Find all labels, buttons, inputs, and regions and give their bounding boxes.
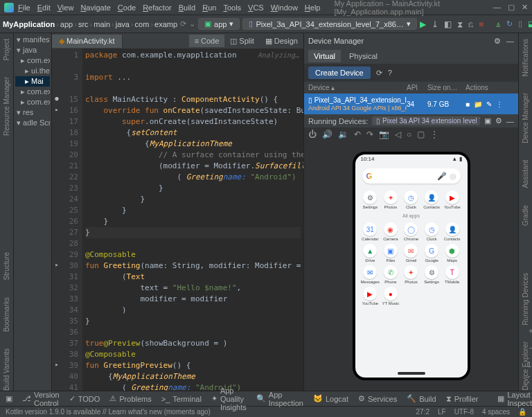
- zoom-in-icon[interactable]: ＋: [527, 326, 532, 336]
- hide-icon[interactable]: —: [506, 117, 514, 125]
- more-icon[interactable]: ⋮: [430, 130, 438, 139]
- crumb-myapplication[interactable]: MyApplication: [3, 20, 55, 28]
- close-icon[interactable]: ✕: [522, 3, 528, 12]
- back-icon[interactable]: ◁: [395, 130, 401, 139]
- more-icon[interactable]: ⋮: [496, 100, 503, 108]
- app-messages[interactable]: ✉Messages: [361, 265, 380, 284]
- app-photos[interactable]: ✦Photos: [402, 265, 421, 284]
- project-item[interactable]: ▸ com.exa: [15, 55, 50, 66]
- crumb-src[interactable]: src: [78, 20, 89, 28]
- editor-file-tab[interactable]: ◆ MainActivity.kt: [52, 35, 123, 48]
- app-phone[interactable]: ✆Phone: [381, 265, 400, 284]
- device-dropdown[interactable]: ▯ Pixel_3a_API_34_extension_level_7_x86……: [242, 18, 416, 30]
- indent-setting[interactable]: 4 spaces: [482, 408, 510, 416]
- menu-help[interactable]: Help: [305, 3, 321, 12]
- minimize-icon[interactable]: —: [493, 3, 501, 12]
- tool-tab-build-variants[interactable]: Build Variants: [3, 348, 10, 391]
- menu-vcs[interactable]: VCS: [248, 3, 264, 12]
- lens-icon[interactable]: ◎: [450, 172, 456, 180]
- project-item[interactable]: ▾ manifests: [15, 35, 50, 45]
- app-youtube[interactable]: ▶YouTube: [361, 287, 380, 305]
- app-maps[interactable]: ⬢Maps: [443, 244, 462, 263]
- rotate-left-icon[interactable]: ↶: [354, 130, 361, 139]
- crumb-java[interactable]: java: [116, 20, 130, 28]
- emulator-view[interactable]: 10:14 ▲ ▮ G 🎤 ◎ ⚙Settings✦Photos◷Clock👤C…: [304, 141, 518, 391]
- screenshot-icon[interactable]: 📷: [379, 130, 389, 139]
- app-contacts[interactable]: 👤Contacts: [443, 222, 462, 241]
- crumb-examp[interactable]: examp: [154, 20, 177, 28]
- app-settings[interactable]: ⚙Settings: [361, 190, 380, 209]
- edit-icon[interactable]: ✎: [486, 100, 492, 108]
- running-device-dropdown[interactable]: ▯ Pixel 3a API 34 extension level 7 x86 …: [372, 116, 480, 125]
- stop-device-icon[interactable]: ■: [466, 100, 470, 108]
- stop-icon[interactable]: ■: [479, 19, 484, 29]
- layout-inspector-tab[interactable]: ▦ Layout Inspector: [497, 391, 532, 407]
- mic-icon[interactable]: 🎤: [437, 172, 447, 180]
- tool-tab-device-manager[interactable]: Device Manager: [522, 93, 529, 143]
- project-item[interactable]: ▸ Mai: [15, 76, 50, 87]
- sync-gradle-icon[interactable]: ↻: [506, 19, 513, 28]
- volume-down-icon[interactable]: 🔉: [338, 130, 348, 139]
- menu-window[interactable]: Window: [271, 3, 298, 12]
- project-item[interactable]: ▸ com.exa: [15, 87, 50, 97]
- project-item[interactable]: ▸ com.exa: [15, 97, 50, 107]
- menu-build[interactable]: Build: [179, 3, 195, 12]
- menu-run[interactable]: Run: [202, 3, 216, 12]
- app-photos[interactable]: ✦Photos: [381, 190, 400, 209]
- refresh-icon[interactable]: ⟳: [376, 69, 382, 78]
- rotate-right-icon[interactable]: ↷: [366, 130, 373, 139]
- tool-tab-resource-manager[interactable]: Resource Manager: [3, 77, 10, 136]
- crumb-com[interactable]: com: [135, 20, 150, 28]
- menu-navigate[interactable]: Navigate: [80, 3, 110, 12]
- file-encoding[interactable]: UTF-8: [454, 408, 474, 416]
- tool-tab-project[interactable]: Project: [3, 39, 10, 60]
- app-yt-music[interactable]: ●YT Music: [381, 287, 400, 305]
- app-chrome[interactable]: ◯Chrome: [402, 222, 421, 241]
- gear-icon[interactable]: ⚙: [495, 116, 502, 125]
- view-mode-split[interactable]: ◫ Split: [224, 35, 259, 48]
- tool-tab-assistant[interactable]: Assistant: [522, 160, 529, 188]
- device-row[interactable]: ▯ Pixel_3a_API_34_extension_leve… Androi…: [304, 94, 518, 114]
- project-tool-window[interactable]: ▾ manifests▾ java▸ com.exa▸ ui.the▸ Mai▸…: [14, 33, 52, 391]
- app-calendar[interactable]: 31Calendar: [361, 222, 380, 241]
- code-editor[interactable]: ●▸▸▸ 13151617181920212223242526272829303…: [52, 48, 303, 391]
- pin-icon[interactable]: ▣: [484, 116, 491, 125]
- maximize-icon[interactable]: ▢: [508, 3, 515, 12]
- sync-icon[interactable]: ⟳: [180, 19, 186, 28]
- sdk-icon[interactable]: ⬓: [528, 19, 532, 28]
- app-settings[interactable]: ⚙Settings: [422, 265, 441, 284]
- app-youtube[interactable]: ▶YouTube: [443, 190, 462, 209]
- tab-virtual[interactable]: Virtual: [308, 50, 341, 62]
- menu-edit[interactable]: Edit: [37, 3, 51, 12]
- tool-tab-bookmarks[interactable]: Bookmarks: [3, 297, 10, 332]
- view-mode-code[interactable]: ≡ Code: [189, 35, 225, 47]
- run-icon[interactable]: ▶: [420, 19, 426, 29]
- project-item[interactable]: ▾ res: [15, 107, 50, 118]
- app-clock[interactable]: ◷Clock: [402, 190, 421, 209]
- volume-up-icon[interactable]: 🔊: [322, 130, 332, 139]
- app-google[interactable]: GGoogle: [422, 244, 441, 263]
- menu-file[interactable]: File: [18, 3, 30, 12]
- tool-tab-running-devices[interactable]: Running Devices: [522, 273, 529, 326]
- menu-refactor[interactable]: Refactor: [143, 3, 172, 12]
- gear-icon[interactable]: ⚙: [494, 37, 501, 46]
- view-mode-design[interactable]: ▦ Design: [260, 35, 303, 48]
- app-contacts[interactable]: 👤Contacts: [422, 190, 441, 209]
- app-tmobile[interactable]: TTMobile: [443, 265, 462, 284]
- project-item[interactable]: ▾ java: [15, 45, 50, 55]
- avd-icon[interactable]: ▯: [518, 19, 522, 28]
- hide-icon[interactable]: —: [506, 37, 514, 46]
- status-message[interactable]: Kotlin version 1.9.0 is available // Lea…: [6, 408, 211, 416]
- app-drive[interactable]: ▲Drive: [361, 244, 380, 263]
- read-lock-icon[interactable]: 🔒: [518, 408, 526, 416]
- tool-tab-structure[interactable]: Structure: [3, 252, 10, 281]
- app-clock[interactable]: ◷Clock: [422, 222, 441, 241]
- power-icon[interactable]: ⏻: [308, 130, 317, 139]
- app-files[interactable]: ▣Files: [381, 244, 400, 263]
- phone-search-bar[interactable]: G 🎤 ◎: [362, 168, 461, 184]
- profile-icon[interactable]: ⧗: [457, 19, 463, 29]
- chevron-down-icon[interactable]: ⌄: [189, 19, 195, 28]
- menu-tools[interactable]: Tools: [223, 3, 241, 12]
- run-config-dropdown[interactable]: ▣ app▾: [198, 18, 240, 30]
- tool-tab-device-explorer[interactable]: Device Explorer: [522, 341, 529, 391]
